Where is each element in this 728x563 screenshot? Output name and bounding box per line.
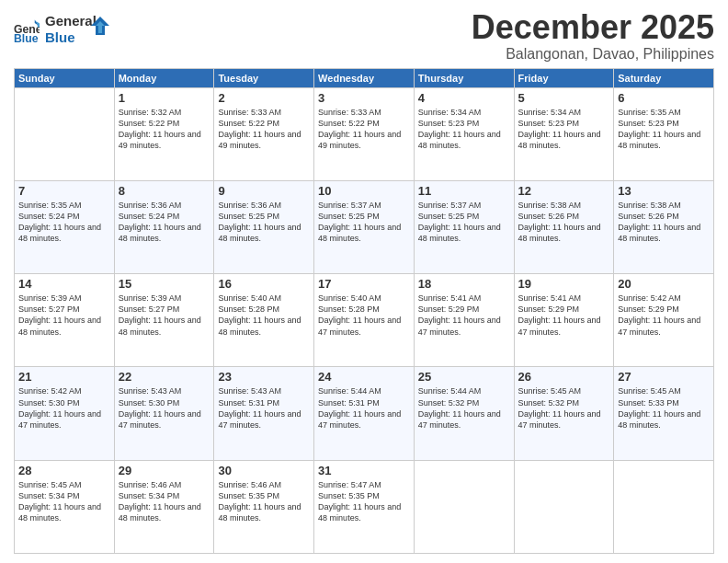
day-info: Sunrise: 5:42 AMSunset: 5:29 PMDaylight:… <box>618 293 710 338</box>
col-header-thursday: Thursday <box>414 68 514 87</box>
calendar-header-row: SundayMondayTuesdayWednesdayThursdayFrid… <box>15 68 714 87</box>
day-number: 30 <box>218 464 310 477</box>
calendar-cell: 26Sunrise: 5:45 AMSunset: 5:32 PMDayligh… <box>514 367 614 460</box>
calendar-cell: 17Sunrise: 5:40 AMSunset: 5:28 PMDayligh… <box>314 274 415 367</box>
day-number: 8 <box>119 184 210 198</box>
day-number: 16 <box>218 277 310 291</box>
day-number: 1 <box>119 91 210 105</box>
day-number: 26 <box>518 370 610 384</box>
day-info: Sunrise: 5:40 AMSunset: 5:28 PMDaylight:… <box>318 293 410 338</box>
calendar-table: SundayMondayTuesdayWednesdayThursdayFrid… <box>14 68 714 554</box>
day-number: 25 <box>418 370 510 384</box>
day-info: Sunrise: 5:35 AMSunset: 5:24 PMDaylight:… <box>18 200 110 245</box>
calendar-cell: 13Sunrise: 5:38 AMSunset: 5:26 PMDayligh… <box>614 180 714 273</box>
day-info: Sunrise: 5:34 AMSunset: 5:23 PMDaylight:… <box>518 107 610 152</box>
day-info: Sunrise: 5:37 AMSunset: 5:25 PMDaylight:… <box>318 200 410 245</box>
logo-chevron-icon <box>91 17 109 35</box>
day-info: Sunrise: 5:35 AMSunset: 5:23 PMDaylight:… <box>618 107 710 152</box>
day-number: 28 <box>18 464 110 477</box>
day-number: 21 <box>18 370 110 384</box>
day-info: Sunrise: 5:34 AMSunset: 5:23 PMDaylight:… <box>418 107 510 152</box>
day-info: Sunrise: 5:45 AMSunset: 5:33 PMDaylight:… <box>618 385 710 431</box>
day-number: 15 <box>119 277 210 291</box>
day-number: 27 <box>618 370 710 384</box>
day-info: Sunrise: 5:38 AMSunset: 5:26 PMDaylight:… <box>618 200 710 245</box>
day-info: Sunrise: 5:37 AMSunset: 5:25 PMDaylight:… <box>418 200 510 245</box>
calendar-cell: 24Sunrise: 5:44 AMSunset: 5:31 PMDayligh… <box>314 367 415 460</box>
day-number: 29 <box>119 464 210 477</box>
calendar-cell: 7Sunrise: 5:35 AMSunset: 5:24 PMDaylight… <box>15 180 115 273</box>
calendar-cell: 6Sunrise: 5:35 AMSunset: 5:23 PMDaylight… <box>614 87 714 180</box>
calendar-cell <box>15 87 115 180</box>
day-number: 14 <box>18 277 110 291</box>
day-info: Sunrise: 5:42 AMSunset: 5:30 PMDaylight:… <box>18 385 110 431</box>
calendar-cell: 22Sunrise: 5:43 AMSunset: 5:30 PMDayligh… <box>114 367 214 460</box>
calendar-cell: 9Sunrise: 5:36 AMSunset: 5:25 PMDaylight… <box>214 180 314 273</box>
day-number: 12 <box>518 184 610 198</box>
col-header-sunday: Sunday <box>15 68 115 87</box>
calendar-cell: 31Sunrise: 5:47 AMSunset: 5:35 PMDayligh… <box>314 460 415 553</box>
day-info: Sunrise: 5:41 AMSunset: 5:29 PMDaylight:… <box>418 293 510 338</box>
calendar-cell: 19Sunrise: 5:41 AMSunset: 5:29 PMDayligh… <box>514 274 614 367</box>
calendar-cell: 27Sunrise: 5:45 AMSunset: 5:33 PMDayligh… <box>614 367 714 460</box>
calendar-week-1: 1Sunrise: 5:32 AMSunset: 5:22 PMDaylight… <box>15 87 714 180</box>
calendar-cell: 29Sunrise: 5:46 AMSunset: 5:34 PMDayligh… <box>114 460 214 553</box>
calendar-cell: 25Sunrise: 5:44 AMSunset: 5:32 PMDayligh… <box>414 367 514 460</box>
day-number: 13 <box>618 184 710 198</box>
month-title: December 2025 <box>472 9 714 46</box>
calendar-cell <box>414 460 514 553</box>
day-number: 17 <box>318 277 410 291</box>
day-number: 5 <box>518 91 610 105</box>
logo-general: General <box>45 13 97 29</box>
calendar-cell: 5Sunrise: 5:34 AMSunset: 5:23 PMDaylight… <box>514 87 614 180</box>
day-number: 11 <box>418 184 510 198</box>
calendar-cell: 11Sunrise: 5:37 AMSunset: 5:25 PMDayligh… <box>414 180 514 273</box>
day-info: Sunrise: 5:43 AMSunset: 5:31 PMDaylight:… <box>218 385 310 431</box>
page-header: General Blue General Blue December 2025 … <box>14 9 714 63</box>
calendar-cell: 30Sunrise: 5:46 AMSunset: 5:35 PMDayligh… <box>214 460 314 553</box>
day-info: Sunrise: 5:33 AMSunset: 5:22 PMDaylight:… <box>318 107 410 152</box>
day-info: Sunrise: 5:46 AMSunset: 5:34 PMDaylight:… <box>119 479 210 524</box>
day-number: 19 <box>518 277 610 291</box>
logo-icon: General Blue <box>14 17 40 42</box>
col-header-friday: Friday <box>514 68 614 87</box>
day-info: Sunrise: 5:39 AMSunset: 5:27 PMDaylight:… <box>119 293 210 338</box>
day-info: Sunrise: 5:36 AMSunset: 5:25 PMDaylight:… <box>218 200 310 245</box>
calendar-cell: 14Sunrise: 5:39 AMSunset: 5:27 PMDayligh… <box>15 274 115 367</box>
calendar-cell: 15Sunrise: 5:39 AMSunset: 5:27 PMDayligh… <box>114 274 214 367</box>
day-info: Sunrise: 5:45 AMSunset: 5:32 PMDaylight:… <box>518 385 610 431</box>
day-number: 31 <box>318 464 410 477</box>
day-number: 3 <box>318 91 410 105</box>
day-info: Sunrise: 5:33 AMSunset: 5:22 PMDaylight:… <box>218 107 310 152</box>
day-number: 18 <box>418 277 510 291</box>
calendar-cell: 10Sunrise: 5:37 AMSunset: 5:25 PMDayligh… <box>314 180 415 273</box>
day-number: 2 <box>218 91 310 105</box>
col-header-wednesday: Wednesday <box>314 68 415 87</box>
col-header-monday: Monday <box>114 68 214 87</box>
calendar-cell: 4Sunrise: 5:34 AMSunset: 5:23 PMDaylight… <box>414 87 514 180</box>
day-info: Sunrise: 5:45 AMSunset: 5:34 PMDaylight:… <box>18 479 110 524</box>
day-info: Sunrise: 5:44 AMSunset: 5:31 PMDaylight:… <box>318 385 410 431</box>
calendar-cell: 12Sunrise: 5:38 AMSunset: 5:26 PMDayligh… <box>514 180 614 273</box>
calendar-week-2: 7Sunrise: 5:35 AMSunset: 5:24 PMDaylight… <box>15 180 714 273</box>
calendar-cell: 3Sunrise: 5:33 AMSunset: 5:22 PMDaylight… <box>314 87 415 180</box>
calendar-week-3: 14Sunrise: 5:39 AMSunset: 5:27 PMDayligh… <box>15 274 714 367</box>
day-info: Sunrise: 5:47 AMSunset: 5:35 PMDaylight:… <box>318 479 410 524</box>
day-number: 10 <box>318 184 410 198</box>
location-subtitle: Balangonan, Davao, Philippines <box>472 46 714 63</box>
day-number: 23 <box>218 370 310 384</box>
day-number: 20 <box>618 277 710 291</box>
day-number: 22 <box>119 370 210 384</box>
day-number: 6 <box>618 91 710 105</box>
day-info: Sunrise: 5:36 AMSunset: 5:24 PMDaylight:… <box>119 200 210 245</box>
calendar-cell: 2Sunrise: 5:33 AMSunset: 5:22 PMDaylight… <box>214 87 314 180</box>
logo-blue: Blue <box>45 29 97 46</box>
day-number: 4 <box>418 91 510 105</box>
calendar-cell: 23Sunrise: 5:43 AMSunset: 5:31 PMDayligh… <box>214 367 314 460</box>
day-info: Sunrise: 5:43 AMSunset: 5:30 PMDaylight:… <box>119 385 210 431</box>
calendar-week-4: 21Sunrise: 5:42 AMSunset: 5:30 PMDayligh… <box>15 367 714 460</box>
day-info: Sunrise: 5:46 AMSunset: 5:35 PMDaylight:… <box>218 479 310 524</box>
day-info: Sunrise: 5:38 AMSunset: 5:26 PMDaylight:… <box>518 200 610 245</box>
calendar-cell: 28Sunrise: 5:45 AMSunset: 5:34 PMDayligh… <box>15 460 115 553</box>
calendar-week-5: 28Sunrise: 5:45 AMSunset: 5:34 PMDayligh… <box>15 460 714 553</box>
